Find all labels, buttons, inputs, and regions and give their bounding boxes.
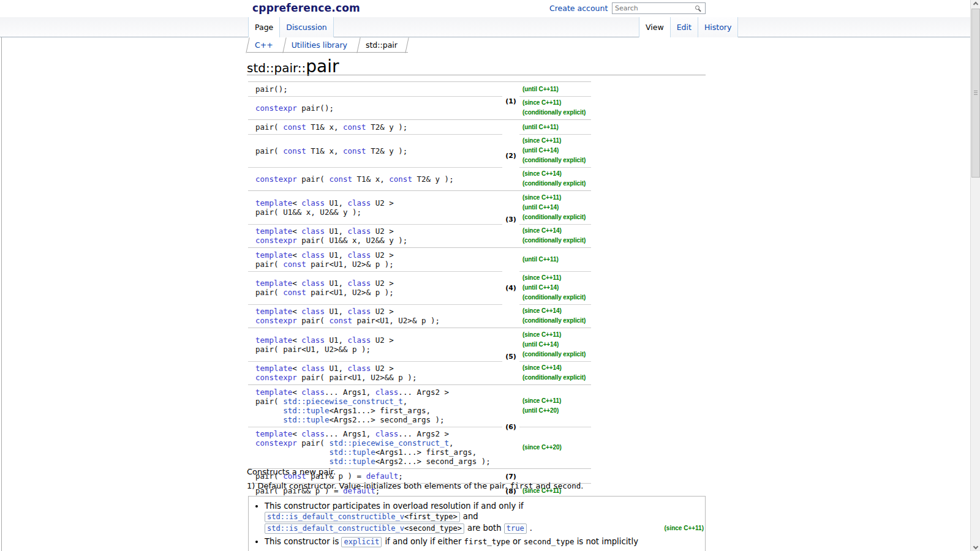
declaration-group: (4) template< class U1, class U2 > pair(…: [248, 247, 591, 328]
vertical-scrollbar[interactable]: [970, 0, 980, 551]
inline-code-first-type: first_type: [464, 537, 510, 546]
breadcrumb-std-pair: std::pair: [358, 38, 408, 53]
overload-resolution-note-box: This constructor participates in overloa…: [248, 496, 706, 551]
code-cell: template< class U1, class U2 > constexpr…: [248, 361, 502, 384]
declaration-row: template< class U1, class U2 > pair( U1&…: [248, 191, 591, 224]
inline-code-second-type: second_type: [524, 537, 575, 546]
code-box-true[interactable]: true: [504, 523, 527, 534]
action-tabs: View Edit History: [639, 17, 738, 37]
code-cell: constexpr pair( const T1& x, const T2& y…: [248, 172, 502, 186]
version-marks: (since C++14) (conditionally explicit): [519, 304, 591, 328]
tab-history[interactable]: History: [698, 17, 738, 37]
declaration-row: template< class U1, class U2 > constexpr…: [248, 361, 591, 384]
code-box-explicit[interactable]: explicit: [341, 537, 382, 547]
tab-bar: Page Discussion View Edit History: [0, 17, 970, 37]
scroll-up-icon[interactable]: [973, 2, 978, 7]
declaration-group: (2) pair( const T1& x, const T2& y ); (u…: [248, 119, 591, 190]
declaration-row: constexpr pair(); (since C++11) (conditi…: [248, 96, 591, 119]
version-marks: (since C++11) (until C++14) (conditional…: [519, 191, 591, 224]
code-cell: template< class... Args1, class... Args2…: [248, 385, 502, 427]
search-icon[interactable]: [695, 6, 699, 10]
tab-page[interactable]: Page: [248, 17, 279, 37]
code-cell: template< class U1, class U2 > pair( pai…: [248, 333, 502, 356]
version-marks: (since C++14) (conditionally explicit): [519, 167, 591, 190]
scrollbar-grip-icon: [974, 91, 978, 96]
is-default-constructible-link[interactable]: std::is_default_constructible_v: [267, 524, 404, 533]
version-marks: (until C++11): [519, 83, 591, 96]
code-box-is-default-constructible-second: std::is_default_constructible_v<second_t…: [265, 523, 464, 534]
site-header: cppreference.com Create account: [0, 0, 970, 17]
page-tabs: Page Discussion: [248, 17, 334, 37]
version-marks: [519, 474, 591, 478]
version-marks: (since C++11) (until C++14) (conditional…: [519, 271, 591, 304]
code-cell: template< class U1, class U2 > pair( U1&…: [248, 196, 502, 219]
version-marks: (since C++11) (conditionally explicit): [519, 96, 591, 119]
code-cell: pair( const T1& x, const T2& y );: [248, 120, 502, 134]
version-marks: (since C++11) (until C++14) (conditional…: [519, 328, 591, 361]
code-box-is-default-constructible-first: std::is_default_constructible_v<first_ty…: [265, 512, 460, 522]
declaration-row: pair( const T1& x, const T2& y ); (since…: [248, 134, 591, 167]
code-cell: pair( const T1& x, const T2& y );: [248, 144, 502, 158]
declaration-group: (3) template< class U1, class U2 > pair(…: [248, 190, 591, 247]
version-marks: (until C++11): [519, 121, 591, 134]
version-marks: (since C++14) (conditionally explicit): [519, 224, 591, 247]
note-item-1: This constructor participates in overloa…: [265, 501, 705, 534]
page-title-main: pair: [306, 56, 339, 77]
intro-paragraph: Constructs a new pair.: [247, 467, 336, 476]
scrollbar-thumb[interactable]: [971, 9, 980, 178]
declaration-row: pair( const T1& x, const T2& y ); (until…: [248, 120, 591, 134]
site-logo[interactable]: cppreference.com: [252, 2, 360, 14]
code-cell: template< class... Args1, class... Args2…: [248, 427, 502, 468]
declaration-row: template< class U1, class U2 > pair( con…: [248, 248, 591, 271]
declaration-row: pair(); (until C++11): [248, 82, 591, 96]
declaration-group: (1) pair(); (until C++11) constexpr pair…: [248, 82, 591, 119]
tab-edit[interactable]: Edit: [670, 17, 698, 37]
version-marks: (since C++11) (until C++20): [519, 394, 591, 418]
tab-discussion[interactable]: Discussion: [279, 17, 333, 37]
code-cell: template< class U1, class U2 > pair( con…: [248, 276, 502, 299]
create-account-link[interactable]: Create account: [549, 4, 608, 13]
breadcrumb-utilities-library[interactable]: Utilities library: [284, 38, 358, 53]
version-marks: (until C++11): [519, 253, 591, 266]
tab-view[interactable]: View: [639, 17, 670, 37]
page-title: std::pair::pair: [247, 54, 339, 77]
declaration-group: (6) template< class... Args1, class... A…: [248, 384, 591, 468]
inline-code-first: first: [510, 481, 533, 490]
declaration-row: constexpr pair( const T1& x, const T2& y…: [248, 167, 591, 190]
declaration-row: template< class U1, class U2 > pair( pai…: [248, 328, 591, 361]
title-rule: [247, 75, 706, 75]
search-input[interactable]: [612, 3, 694, 13]
is-default-constructible-link[interactable]: std::is_default_constructible_v: [267, 512, 404, 521]
scroll-down-icon[interactable]: [973, 544, 978, 549]
version-marks: (since C++14) (conditionally explicit): [519, 361, 591, 384]
code-cell: constexpr pair();: [248, 101, 502, 115]
code-cell: template< class U1, class U2 > pair( con…: [248, 248, 502, 271]
declaration-table: (1) pair(); (until C++11) constexpr pair…: [248, 81, 591, 498]
inline-code-second: second: [553, 481, 581, 490]
version-mark: (since C++11): [665, 523, 704, 533]
search-box[interactable]: [612, 2, 706, 14]
content-left-border: [1, 14, 2, 551]
code-cell: template< class U1, class U2 > constexpr…: [248, 224, 502, 247]
page-title-prefix: std::pair::: [247, 61, 306, 75]
code-cell: pair();: [248, 82, 502, 96]
breadcrumb-cpp[interactable]: C++: [247, 38, 284, 53]
note-item-2: This constructor is explicit if and only…: [265, 536, 705, 548]
overload-1-description: 1) Default constructor. Value-initialize…: [247, 481, 583, 490]
declaration-row: template< class U1, class U2 > pair( con…: [248, 271, 591, 304]
breadcrumb: C++ Utilities library std::pair: [247, 38, 408, 53]
version-marks: (since C++20): [519, 441, 591, 454]
version-marks: (since C++11) (until C++14) (conditional…: [519, 134, 591, 167]
declaration-row: template< class... Args1, class... Args2…: [248, 385, 591, 427]
code-cell: template< class U1, class U2 > constexpr…: [248, 304, 502, 328]
declaration-row: template< class U1, class U2 > constexpr…: [248, 224, 591, 247]
declaration-group: (5) template< class U1, class U2 > pair(…: [248, 328, 591, 384]
declaration-row: template< class... Args1, class... Args2…: [248, 427, 591, 468]
declaration-row: template< class U1, class U2 > constexpr…: [248, 304, 591, 328]
